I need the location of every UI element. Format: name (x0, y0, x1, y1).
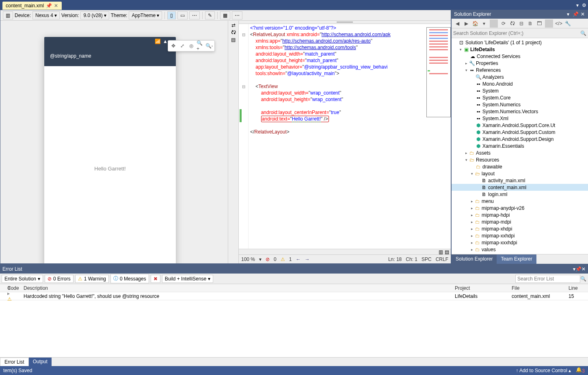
pin-icon[interactable]: 📌 (575, 266, 582, 272)
tab-dropdown-icon[interactable]: ▾ (575, 1, 580, 10)
nav-back-icon[interactable]: ← (296, 256, 300, 262)
search-icon[interactable]: 🔍 (580, 30, 586, 36)
source-control-button[interactable]: ↑ Add to Source Control ▴ (516, 368, 571, 373)
close-icon[interactable]: ✕ (54, 3, 58, 8)
gear-icon[interactable]: ⚙ (580, 1, 588, 10)
source-filter[interactable]: Build + IntelliSense ▾ (162, 275, 213, 283)
zoom-fit-icon[interactable]: ⤢ (179, 42, 186, 50)
splitter-handle[interactable] (239, 21, 451, 24)
solution-explorer-header: Solution Explorer ▾ 📌 ✕ (452, 10, 588, 19)
solution-toolbar: ◀ ▶ 🏠 ▾ ⟳ 🗘 ⊟ 🗎 🗔 </> 🔧 (452, 19, 588, 28)
document-tab[interactable]: content_main.xml 📌 ✕ (2, 2, 62, 10)
zoom-level[interactable]: 100 % (241, 256, 255, 262)
close-icon[interactable]: ✕ (580, 11, 586, 17)
designer-surface[interactable]: 📶 ▲ ▮ @string/app_name Hello Garrett! ✥ (0, 21, 228, 263)
line-indicator: Ln: 18 (388, 256, 402, 262)
error-row[interactable]: ▸ ⚠ Hardcoded string "Hello Garrett!", s… (0, 292, 588, 300)
zoom-actual-icon[interactable]: ◎ (188, 42, 195, 50)
highlight-icon[interactable]: ✎ (205, 11, 215, 19)
phone-appbar: @string/app_name (44, 46, 176, 66)
theme-label: Theme: (111, 13, 128, 18)
switch-view-icon[interactable]: ⟳ (499, 19, 508, 28)
pin-icon[interactable]: 📌 (46, 3, 51, 8)
collapse-rail-icon[interactable]: ▤ (231, 37, 236, 43)
warnings-filter[interactable]: ⚠1 Warning (75, 275, 109, 283)
designer-toolbar: ▥ Device: Nexus 4 ▾ Version: 9.0 (v28) ▾… (0, 10, 451, 21)
split-horz-icon[interactable]: ▤ (445, 249, 449, 255)
col-indicator: Ch: 1 (406, 256, 417, 262)
pin-icon[interactable]: 📌 (573, 11, 578, 17)
designer-rail: ⇄ 🗘 ▤ (228, 21, 238, 263)
solution-tree[interactable]: ⊡Solution 'LifeDetails' (1 of 1 project)… (452, 38, 588, 254)
insert-mode: SPC (422, 256, 432, 262)
zoom-toolbar: ✥ ⤢ ◎ 🔍+ 🔍- (168, 40, 215, 52)
solution-search[interactable]: 🔍 (452, 28, 588, 38)
wrench-icon[interactable]: 🔧 (564, 19, 572, 28)
back-icon[interactable]: ◀ (453, 19, 461, 28)
status-bar: tem(s) Saved ↑ Add to Source Control ▴ 🔔… (0, 366, 588, 375)
nav-fwd-icon[interactable]: → (305, 256, 309, 262)
wifi-icon: 📶 (155, 39, 161, 44)
version-selector[interactable]: 9.0 (v28) ▾ (80, 11, 109, 19)
code-icon[interactable]: </> (555, 19, 563, 28)
tab-solution-explorer[interactable]: Solution Explorer (452, 254, 497, 264)
error-table-header: ⥣ Code Description Project File Line (0, 284, 588, 292)
tab-label: content_main.xml (6, 3, 44, 9)
device-selector[interactable]: Nexus 4 ▾ (32, 11, 60, 19)
sync-icon[interactable]: 🗘 (231, 30, 236, 35)
code-minimap[interactable] (426, 27, 451, 117)
appbar-title: @string/app_name (50, 53, 91, 59)
notifications-icon[interactable]: 🔔3 (576, 367, 585, 374)
clear-filter-icon[interactable]: ✖ (151, 275, 160, 283)
panel-menu-icon[interactable]: ▾ (565, 11, 571, 17)
close-icon[interactable]: ✕ (582, 266, 586, 272)
preview-textview[interactable]: Hello Garrett! (94, 166, 125, 172)
phone-preview: 📶 ▲ ▮ @string/app_name Hello Garrett! (44, 37, 176, 263)
home-icon[interactable]: 🏠 (471, 19, 479, 28)
tab-error-list[interactable]: Error List (0, 358, 29, 366)
status-text: tem(s) Saved (3, 368, 32, 373)
properties-icon[interactable]: 🗔 (535, 19, 543, 28)
sync-icon[interactable]: ▾ (480, 19, 488, 28)
device-pane-icon[interactable]: ▥ (3, 11, 13, 19)
error-search-input[interactable] (515, 275, 580, 283)
eol-mode: CRLF (436, 256, 448, 262)
version-label: Version: (61, 13, 79, 18)
show-all-icon[interactable]: 🗎 (526, 19, 534, 28)
split-vert-icon[interactable]: ▥ (439, 249, 443, 255)
grid-icon[interactable]: ▦ (220, 11, 230, 19)
zoom-in-icon[interactable]: 🔍+ (197, 42, 204, 50)
tab-output[interactable]: Output (29, 358, 52, 366)
theme-selector[interactable]: AppTheme ▾ (129, 11, 162, 19)
editor-statusbar: 100 % ▾ ⊘0 ⚠1 ← → Ln: 18 Ch: 1 SPC CRLF (239, 254, 451, 263)
error-list-header: Error List ▾ 📌 ✕ (0, 265, 588, 274)
pan-icon[interactable]: ✥ (170, 42, 177, 50)
search-icon[interactable]: 🔍 (580, 276, 586, 282)
code-body[interactable]: <?xml version="1.0" encoding="utf-8"?> <… (249, 24, 392, 249)
scope-selector[interactable]: Entire Solution ▾ (2, 275, 43, 283)
solution-search-input[interactable] (453, 30, 580, 36)
collapse-icon[interactable]: ⊟ (517, 19, 525, 28)
device-label: Device: (15, 13, 31, 18)
phone-statusbar: 📶 ▲ ▮ (44, 37, 176, 46)
swap-icon[interactable]: ⇄ (231, 22, 236, 28)
zoom-out-icon[interactable]: 🔍- (205, 42, 213, 50)
errors-filter[interactable]: ⊘0 Errors (45, 275, 74, 283)
landscape-icon[interactable]: ▭ (177, 11, 188, 19)
fwd-icon[interactable]: ▶ (462, 19, 470, 28)
tab-team-explorer[interactable]: Team Explorer (497, 254, 536, 264)
portrait-icon[interactable]: ▯ (167, 11, 176, 19)
document-tab-strip: content_main.xml 📌 ✕ ▾ ⚙ (0, 0, 588, 10)
messages-filter[interactable]: ⓘ0 Messages (110, 274, 149, 283)
signal-icon: ▲ (163, 39, 168, 44)
more-icon[interactable]: ⋯ (189, 11, 200, 19)
more2-icon[interactable]: ⋯ (232, 11, 242, 19)
refresh-icon[interactable]: 🗘 (508, 19, 517, 28)
xml-editor[interactable]: ⊟ ⊟ <?xml version="1.0" encoding="utf-8"… (239, 24, 451, 249)
